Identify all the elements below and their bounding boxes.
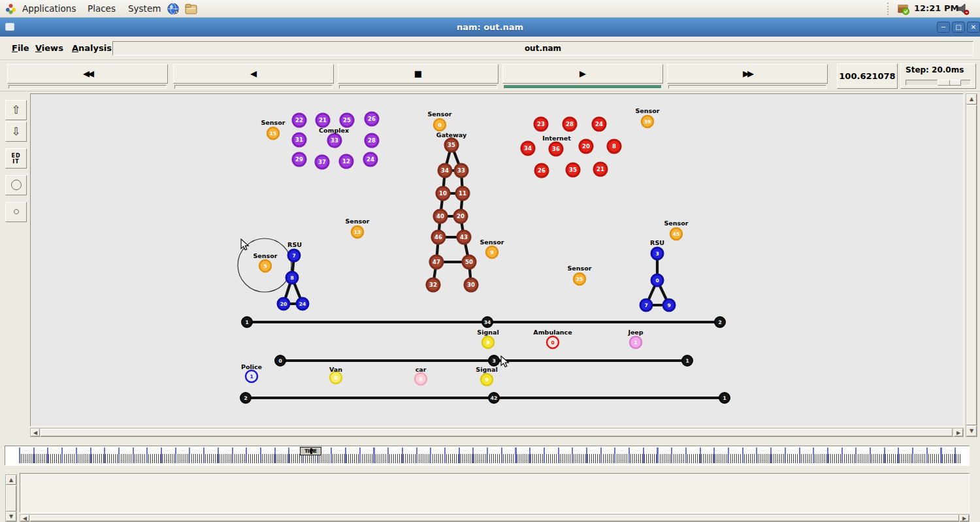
net-node-orange[interactable]: 39 — [642, 116, 653, 127]
net-node-purple[interactable]: 29 — [293, 153, 306, 166]
net-node-blue[interactable]: 7 — [288, 250, 300, 261]
scroll-right-icon[interactable]: ▶ — [960, 515, 969, 521]
menu-views[interactable]: Views — [33, 37, 66, 59]
annotation-vscroll-thumb[interactable] — [6, 485, 16, 512]
step-back-button[interactable]: ◀ — [173, 64, 334, 84]
annotation-vscrollbar[interactable]: ▲ ▼ — [5, 474, 17, 522]
net-node-red[interactable]: 26 — [535, 164, 548, 177]
net-node-blue[interactable]: 20 — [278, 298, 289, 310]
net-node-brown[interactable]: 34 — [438, 164, 451, 177]
net-node-brown[interactable]: 30 — [465, 278, 478, 291]
net-node-black[interactable]: 0 — [275, 355, 286, 366]
net-node-red[interactable]: 34 — [521, 142, 534, 155]
fast-forward-button[interactable]: ▶▶ — [667, 64, 828, 84]
desktop-menu-applications[interactable]: Applications — [18, 0, 80, 17]
play-button[interactable]: ▶ — [502, 64, 663, 84]
net-node-black[interactable]: 1 — [242, 317, 252, 327]
volume-icon[interactable] — [956, 2, 970, 16]
net-node-purple[interactable]: 28 — [365, 134, 378, 147]
web-browser-icon[interactable] — [167, 3, 180, 15]
net-node-black[interactable]: 2 — [240, 393, 251, 403]
distro-logo-icon[interactable] — [5, 3, 16, 14]
net-node-orange[interactable]: 9 — [486, 246, 498, 258]
net-node-purple[interactable]: 26 — [365, 112, 378, 125]
net-node-black[interactable]: 34 — [482, 317, 493, 327]
edit-button[interactable]: EDIT — [5, 148, 27, 169]
time-ruler[interactable]: TIME — [5, 446, 970, 466]
menu-file[interactable]: File — [9, 37, 32, 59]
net-node-brown[interactable]: 46 — [432, 231, 445, 244]
software-update-icon[interactable] — [897, 3, 910, 16]
net-node-orange[interactable]: 25 — [574, 273, 585, 285]
net-node-orange[interactable]: 0 — [434, 119, 446, 131]
titlebar[interactable]: nam: out.nam ─ □ ✕ — [0, 18, 980, 37]
step-slider-thumb[interactable] — [938, 80, 961, 86]
net-node-red[interactable]: 21 — [594, 163, 607, 176]
net-node-blue[interactable]: 7 — [640, 299, 652, 311]
net-node-ambulance[interactable]: 0 — [547, 336, 559, 348]
topology-canvas[interactable]: 1503913925455222125263133282937122423282… — [30, 93, 964, 427]
net-node-van[interactable]: 0 — [330, 372, 342, 383]
annotation-listbox[interactable] — [20, 473, 970, 513]
net-node-brown[interactable]: 40 — [434, 210, 447, 223]
annotation-hscroll-thumb[interactable] — [30, 515, 959, 521]
net-node-car[interactable]: 0 — [415, 373, 427, 385]
scroll-up-icon[interactable]: ▲ — [966, 94, 977, 105]
net-node-blue[interactable]: 24 — [297, 298, 308, 310]
net-node-red[interactable]: 8 — [608, 140, 621, 153]
net-node-purple[interactable]: 37 — [316, 155, 329, 169]
zoom-out-button[interactable]: ⇩ — [5, 122, 27, 142]
net-node-blue[interactable]: 8 — [286, 272, 298, 284]
file-manager-icon[interactable] — [185, 3, 198, 15]
desktop-menu-places[interactable]: Places — [84, 0, 120, 17]
net-node-purple[interactable]: 33 — [328, 134, 341, 147]
net-node-brown[interactable]: 35 — [445, 139, 458, 152]
maximize-button[interactable]: □ — [952, 22, 965, 33]
net-node-orange[interactable]: 13 — [351, 226, 363, 238]
net-node-purple[interactable]: 24 — [364, 153, 377, 166]
net-node-brown[interactable]: 10 — [436, 187, 449, 200]
select-tool-button[interactable] — [5, 175, 27, 195]
net-node-police[interactable]: 1 — [246, 370, 257, 382]
net-node-orange[interactable]: 5 — [259, 260, 271, 272]
net-node-black[interactable]: 1 — [682, 355, 693, 366]
net-node-purple[interactable]: 12 — [340, 155, 353, 168]
net-node-red[interactable]: 20 — [580, 140, 593, 153]
net-node-red[interactable]: 23 — [534, 118, 547, 131]
net-node-orange[interactable]: 45 — [670, 228, 682, 240]
net-node-brown[interactable]: 47 — [430, 255, 443, 269]
canvas-vscroll-thumb[interactable] — [966, 105, 977, 425]
panel-grip[interactable] — [887, 3, 890, 15]
scroll-left-icon[interactable]: ◀ — [31, 429, 40, 436]
scroll-up-icon[interactable]: ▲ — [6, 475, 16, 485]
stop-button[interactable]: ■ — [338, 64, 498, 84]
scroll-left-icon[interactable]: ◀ — [20, 515, 29, 521]
net-node-purple[interactable]: 25 — [340, 114, 353, 127]
close-button[interactable]: ✕ — [967, 22, 980, 33]
net-node-red[interactable]: 24 — [593, 118, 606, 131]
time-slider-tag[interactable]: TIME — [300, 447, 321, 455]
net-node-purple[interactable]: 21 — [316, 114, 329, 127]
net-node-brown[interactable]: 20 — [454, 210, 467, 223]
net-node-brown[interactable]: 32 — [427, 278, 440, 291]
net-node-blue[interactable]: 0 — [651, 274, 663, 286]
scroll-right-icon[interactable]: ▶ — [954, 429, 963, 436]
net-node-brown[interactable]: 50 — [463, 255, 476, 269]
menu-analysis[interactable]: Analysis — [69, 37, 114, 59]
step-slider[interactable] — [906, 80, 971, 86]
net-node-black[interactable]: 42 — [489, 393, 499, 403]
net-node-red[interactable]: 28 — [563, 118, 576, 131]
net-node-red[interactable]: 36 — [549, 142, 563, 155]
net-node-blue[interactable]: 9 — [663, 299, 675, 311]
net-node-black[interactable]: 1 — [719, 393, 730, 403]
scroll-down-icon[interactable]: ▼ — [966, 426, 977, 436]
rewind-button[interactable]: ◀◀ — [7, 64, 168, 84]
net-node-black[interactable]: 3 — [489, 355, 499, 366]
annotation-hscrollbar[interactable]: ◀ ▶ — [20, 514, 970, 522]
net-node-red[interactable]: 35 — [566, 163, 580, 176]
net-node-signal[interactable]: 8 — [482, 336, 494, 348]
zoom-in-button[interactable]: ⇧ — [5, 100, 27, 120]
scroll-down-icon[interactable]: ▼ — [6, 512, 16, 521]
canvas-hscroll-thumb[interactable] — [41, 429, 953, 436]
net-node-purple[interactable]: 22 — [293, 114, 306, 127]
